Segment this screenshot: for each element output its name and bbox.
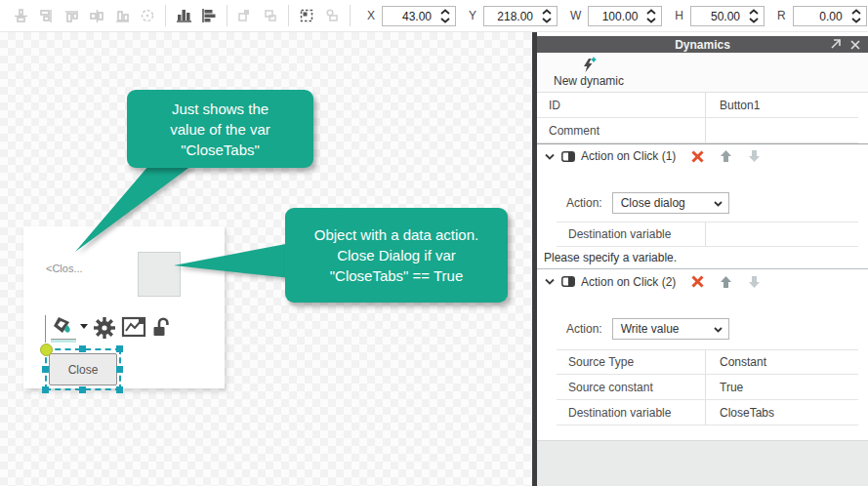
action-select-value: Write value <box>621 322 680 336</box>
fill-bucket-icon[interactable] <box>51 315 76 343</box>
callout-data-action[interactable]: Object with a data action. Close Dialog … <box>285 208 508 303</box>
same-position-icon[interactable] <box>258 3 283 28</box>
selection-handle-top-right[interactable] <box>116 345 123 352</box>
dropdown-arrow-icon[interactable] <box>80 324 88 330</box>
row-label: ID <box>537 93 705 117</box>
move-down-icon[interactable] <box>748 275 761 289</box>
chevron-down-icon <box>714 327 723 333</box>
geometry-fields: X 43.00 Y 218.00 W 100.00 <box>367 6 868 26</box>
selection-handle-bottom-left[interactable] <box>42 386 49 393</box>
panel-undock-icon[interactable] <box>830 39 841 50</box>
h-value: 50.00 <box>711 10 740 23</box>
design-canvas[interactable]: <Clos... <box>0 32 532 486</box>
align-left-icon[interactable] <box>8 3 33 28</box>
w-input[interactable]: 100.00 <box>588 6 662 26</box>
field-w-label: W <box>570 9 581 22</box>
move-down-icon[interactable] <box>748 149 761 163</box>
top-toolbar: X 43.00 Y 218.00 W 100.00 <box>0 0 868 32</box>
distribute-vertical-icon[interactable] <box>171 3 196 28</box>
move-up-icon[interactable] <box>720 275 732 289</box>
row-value[interactable]: True <box>705 375 858 399</box>
r-stepper[interactable] <box>849 8 863 24</box>
row-label: Comment <box>537 118 705 142</box>
dynamic-type-icon <box>561 276 575 287</box>
unlock-icon[interactable] <box>151 315 175 339</box>
y-value: 218.00 <box>497 10 533 23</box>
row-value[interactable] <box>705 223 858 246</box>
action-select-1[interactable]: Close dialog <box>612 192 729 214</box>
h-input[interactable]: 50.00 <box>690 6 765 26</box>
action-select-2[interactable]: Write value <box>612 318 729 340</box>
align-bottom-icon[interactable] <box>109 3 135 28</box>
field-x: X 43.00 <box>367 6 456 26</box>
align-center-icon[interactable] <box>84 3 109 28</box>
field-h-label: H <box>675 9 683 22</box>
selection-handle-bottom[interactable] <box>79 386 86 393</box>
callout-close-tabs-value[interactable]: Just shows the value of the var "CloseTa… <box>127 90 313 168</box>
object-mini-toolbar <box>45 315 179 343</box>
row-value[interactable]: Constant <box>705 350 858 374</box>
action-select-value: Close dialog <box>621 196 685 210</box>
delete-action-icon[interactable] <box>691 275 704 288</box>
selection-handle-right[interactable] <box>116 366 123 373</box>
row-value[interactable] <box>705 118 858 142</box>
callout1-line1: Just shows the <box>127 99 313 119</box>
selection-handle-left[interactable] <box>42 366 49 373</box>
distribute-horizontal-icon[interactable] <box>196 3 222 28</box>
dynamics-panel-body: Dynamics New dynamic <box>537 32 868 486</box>
data-action-rectangle-object[interactable] <box>138 252 181 297</box>
close-dialog-button-object[interactable]: Close <box>49 353 117 385</box>
toolbar-separator <box>350 5 351 26</box>
field-r: R 0.00 <box>777 6 867 26</box>
field-y-label: Y <box>469 9 476 22</box>
w-stepper[interactable] <box>644 8 658 24</box>
panel-header: Dynamics <box>537 36 868 53</box>
section-title: Action on Click (1) <box>581 149 676 163</box>
align-right-icon[interactable] <box>33 3 59 28</box>
callout2-line2: Close Dialog if var <box>285 245 508 265</box>
row-value[interactable]: Button1 <box>705 93 858 117</box>
chart-icon[interactable] <box>121 315 147 339</box>
selection-handle-top[interactable] <box>79 345 86 352</box>
same-size-icon[interactable] <box>232 3 258 28</box>
toolbar-separator <box>165 5 166 26</box>
chevron-down-icon[interactable] <box>545 153 555 160</box>
y-input[interactable]: 218.00 <box>483 6 558 26</box>
x-stepper[interactable] <box>438 8 452 24</box>
property-row-source-type: Source Type Constant <box>557 349 858 375</box>
property-row-source-constant: Source constant True <box>557 375 858 400</box>
panel-close-icon[interactable] <box>850 40 860 50</box>
action-label: Action: <box>566 196 602 210</box>
x-input[interactable]: 43.00 <box>382 6 456 26</box>
field-r-label: R <box>777 9 786 22</box>
property-row-id: ID Button1 <box>537 93 858 118</box>
group-icon[interactable] <box>319 3 345 28</box>
selection-frame-icon[interactable] <box>294 3 319 28</box>
callout2-line1: Object with a data action. <box>285 224 508 245</box>
selection-handle-bottom-right[interactable] <box>116 386 123 393</box>
x-value: 43.00 <box>402 10 432 23</box>
h-stepper[interactable] <box>747 8 761 24</box>
y-stepper[interactable] <box>540 8 554 24</box>
chevron-down-icon[interactable] <box>545 278 555 285</box>
delete-action-icon[interactable] <box>691 150 704 163</box>
row-label: Source Type <box>557 350 705 374</box>
row-label: Source constant <box>557 375 705 399</box>
variable-text-object[interactable]: <Clos... <box>46 263 83 274</box>
fill-color-swatch <box>51 339 76 343</box>
rotate-icon[interactable] <box>135 3 160 28</box>
new-dynamic-button[interactable]: New dynamic <box>547 57 631 88</box>
action-select-row-2: Action: Write value <box>566 316 868 342</box>
rotation-handle[interactable] <box>40 344 53 356</box>
move-up-icon[interactable] <box>720 149 732 163</box>
section-header-action-on-click-1: Action on Click (1) <box>537 143 868 168</box>
r-input[interactable]: 0.00 <box>793 6 867 26</box>
new-dynamic-bar: New dynamic <box>537 53 868 93</box>
gear-icon[interactable] <box>92 315 117 341</box>
mini-toolbar-divider <box>45 315 46 343</box>
action-label: Action: <box>566 322 602 336</box>
row-value[interactable]: CloseTabs <box>705 400 858 425</box>
property-row-comment: Comment <box>537 118 858 143</box>
field-h: H 50.00 <box>675 6 765 26</box>
align-top-icon[interactable] <box>59 3 84 28</box>
